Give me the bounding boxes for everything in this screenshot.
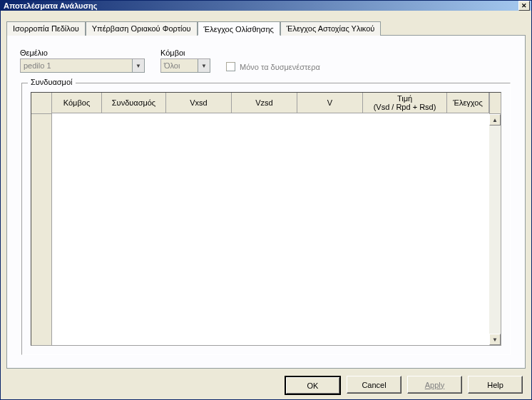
chevron-down-icon: ▼ [198,59,210,72]
controls-row: Θεμέλιο pedilo 1 ▼ Κόμβοι Όλοι ▼ Μόνο τα [20,48,512,73]
only-worst-checkbox[interactable] [226,62,235,71]
foundation-combo[interactable]: pedilo 1 ▼ [20,58,145,73]
dialog-body: Ισορροπία Πεδίλου Υπέρβαση Οριακού Φορτί… [1,11,531,369]
tab-label: Ισορροπία Πεδίλου [13,24,79,33]
grid-rowhead [31,93,52,345]
dialog-title: Αποτελέσματα Ανάλυσης [2,1,97,10]
tab-balance[interactable]: Ισορροπία Πεδίλου [6,21,86,36]
nodes-value: Όλοι [164,61,180,70]
tab-label: Έλεγχος Ολίσθησης [204,25,274,34]
scroll-track[interactable] [489,125,501,334]
foundation-label: Θεμέλιο [20,48,145,57]
title-bar: Αποτελέσματα Ανάλυσης ✕ [1,1,531,11]
button-row: OK Cancel Apply Help [1,369,531,400]
close-button[interactable]: ✕ [518,1,530,11]
grid-body[interactable] [52,113,489,345]
col-v[interactable]: V [297,93,363,113]
tab-row: Ισορροπία Πεδίλου Υπέρβαση Οριακού Φορτί… [6,21,526,35]
cancel-button[interactable]: Cancel [347,376,401,394]
tab-exceedance[interactable]: Υπέρβαση Οριακού Φορτίου [86,21,198,36]
tab-panel: Θεμέλιο pedilo 1 ▼ Κόμβοι Όλοι ▼ Μόνο τα [6,35,526,369]
col-value[interactable]: Τιμή (Vsd / Rpd + Rsd) [363,93,447,113]
col-vzsd[interactable]: Vzsd [232,93,297,113]
chevron-down-icon: ▼ [132,59,144,72]
tab-label: Έλεγχος Αστοχίας Υλικού [287,24,375,33]
col-combination[interactable]: Συνδυασμός [102,93,166,113]
foundation-field: Θεμέλιο pedilo 1 ▼ [20,48,145,73]
grid-main: Κόμβος Συνδυασμός Vxsd Vzsd V Τιμή (Vsd … [52,93,489,345]
vertical-scrollbar[interactable]: ▲ ▼ [489,93,501,345]
close-icon: ✕ [521,2,527,9]
grid-corner [31,93,51,114]
tab-label: Υπέρβαση Οριακού Φορτίου [92,24,191,33]
grid-header: Κόμβος Συνδυασμός Vxsd Vzsd V Τιμή (Vsd … [52,93,489,113]
group-title: Συνδυασμοί [28,78,76,86]
nodes-field: Κόμβοι Όλοι ▼ [160,48,210,73]
ok-button[interactable]: OK [285,376,341,395]
col-vxsd[interactable]: Vxsd [166,93,232,113]
apply-button[interactable]: Apply [407,376,462,394]
nodes-label: Κόμβοι [160,48,210,57]
scroll-up-icon[interactable]: ▲ [489,114,501,125]
only-worst-row: Μόνο τα δυσμενέστερα [226,62,320,71]
help-button[interactable]: Help [468,376,523,394]
col-node[interactable]: Κόμβος [52,93,102,113]
combinations-group: Συνδυασμοί Κόμβος Συνδυασμός Vxsd Vzsd V… [21,83,511,355]
col-check[interactable]: Έλεγχος [447,93,489,113]
grid: Κόμβος Συνδυασμός Vxsd Vzsd V Τιμή (Vsd … [31,92,501,346]
scroll-down-icon[interactable]: ▼ [489,334,501,345]
tab-material-failure[interactable]: Έλεγχος Αστοχίας Υλικού [280,21,382,36]
nodes-combo[interactable]: Όλοι ▼ [160,58,210,73]
foundation-value: pedilo 1 [24,61,51,70]
only-worst-label: Μόνο τα δυσμενέστερα [240,63,320,71]
analysis-results-dialog: Αποτελέσματα Ανάλυσης ✕ Ισορροπία Πεδίλο… [0,0,532,400]
tab-sliding-check[interactable]: Έλεγχος Ολίσθησης [198,21,280,36]
scroll-spacer [489,93,501,114]
